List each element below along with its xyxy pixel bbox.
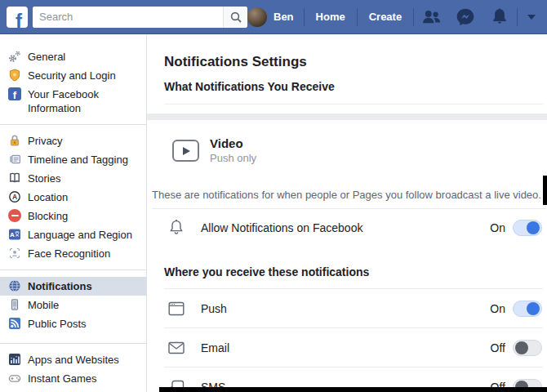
navbar-divider (413, 8, 414, 26)
sidebar-item-language-and-region[interactable]: A Language and Region (0, 225, 146, 244)
padlock-icon (8, 134, 21, 147)
settings-header: Notifications Settings What Notification… (147, 34, 547, 114)
toggle-state-label: On (490, 221, 505, 234)
search-icon (230, 11, 242, 23)
sidebar-item-label: Mobile (28, 298, 59, 312)
page-title: Notifications Settings (164, 54, 547, 70)
sidebar-item-privacy[interactable]: Privacy (0, 131, 146, 150)
video-notifications-card: Video Push only These are notifications … (147, 120, 547, 392)
open-book-icon (8, 172, 21, 185)
toggle-state-label: Off (491, 341, 505, 354)
facebook-logo[interactable]: f (7, 7, 28, 28)
allow-notifications-toggle[interactable] (513, 220, 542, 236)
game-controller-icon (8, 372, 21, 385)
circle-a-location-icon: A (8, 190, 21, 203)
allow-notifications-row: Allow Notifications on Facebook On (147, 209, 547, 247)
sidebar-item-notifications[interactable]: Notifications (0, 277, 146, 296)
sidebar-item-label: Privacy (28, 134, 63, 148)
channel-label: Email (201, 341, 229, 354)
settings-page: General Security and Login f Your Facebo… (0, 34, 547, 392)
sidebar-item-label: Instant Games (28, 372, 97, 385)
sidebar-item-blocking[interactable]: Blocking (0, 207, 146, 225)
email-toggle[interactable] (513, 340, 542, 356)
bell-outline-icon (167, 218, 186, 238)
friend-requests-icon[interactable] (420, 7, 442, 28)
notifications-bell-icon[interactable] (489, 7, 510, 28)
toggle-state-label: On (490, 302, 505, 315)
sidebar-item-public-posts[interactable]: Public Posts (0, 314, 146, 333)
language-square-icon: A (8, 228, 21, 241)
section-heading: What Notifications You Receive (164, 80, 547, 93)
sidebar-item-timeline-and-tagging[interactable]: Timeline and Tagging (0, 150, 146, 169)
profile-avatar[interactable] (247, 7, 267, 27)
gears-icon (8, 50, 21, 63)
notifications-settings-main: Notifications Settings What Notification… (147, 34, 547, 392)
sidebar-item-general[interactable]: General (0, 47, 146, 66)
sidebar-item-mobile[interactable]: Mobile (0, 296, 146, 314)
svg-text:A: A (12, 193, 17, 201)
sidebar-item-label: Face Recognition (28, 247, 110, 261)
sidebar-item-label: Apps and Websites (28, 353, 119, 367)
messenger-icon[interactable] (455, 7, 476, 28)
sidebar-item-label: Your Facebook Information (28, 87, 141, 115)
envelope-icon (167, 338, 186, 358)
push-toggle[interactable] (513, 301, 542, 317)
sidebar-item-face-recognition[interactable]: Face Recognition (0, 244, 146, 263)
search-bar (33, 7, 247, 28)
video-section-subtitle: Push only (210, 151, 256, 165)
svg-text:A: A (10, 231, 15, 238)
face-frame-icon (8, 247, 21, 260)
header-divider (164, 104, 543, 105)
video-section-title: Video (210, 136, 256, 151)
sidebar-item-apps-and-websites[interactable]: Apps and Websites (0, 350, 146, 369)
sidebar-item-label: Blocking (28, 209, 68, 223)
navbar-right: Ben Home Create (247, 7, 540, 28)
scrollbar-thumb[interactable] (543, 176, 547, 205)
search-button[interactable] (223, 7, 247, 28)
sidebar-divider (0, 124, 146, 125)
channel-label: Push (201, 302, 227, 315)
sidebar-divider (0, 270, 146, 270)
sidebar-divider (0, 343, 146, 344)
sidebar-item-label: Timeline and Tagging (28, 153, 128, 167)
video-section-header[interactable]: Video Push only (147, 136, 547, 165)
sidebar-item-instant-games[interactable]: Instant Games (0, 369, 146, 388)
rss-square-icon (8, 317, 21, 330)
globe-icon (8, 279, 21, 292)
sidebar-item-security-and-login[interactable]: Security and Login (0, 66, 146, 85)
progress-bar-artifact (159, 387, 547, 392)
sidebar-item-label: Public Posts (28, 317, 87, 331)
settings-sidebar: General Security and Login f Your Facebo… (0, 34, 147, 392)
email-channel-row: Email Off (147, 328, 547, 367)
gold-shield-icon (8, 69, 21, 82)
video-description: These are notifications for when people … (147, 189, 547, 201)
top-navbar: f Ben Home Create (0, 0, 547, 34)
sidebar-item-label: Location (28, 190, 68, 204)
sidebar-item-label: Stories (28, 172, 60, 185)
navbar-divider (517, 8, 518, 26)
home-link[interactable]: Home (305, 11, 357, 23)
search-input[interactable] (33, 7, 223, 28)
video-play-icon (172, 140, 199, 162)
sidebar-item-label: Language and Region (28, 228, 132, 242)
create-link[interactable]: Create (358, 11, 413, 23)
section-gap (147, 114, 547, 120)
facebook-square-icon: f (8, 87, 21, 100)
sidebar-item-label: Security and Login (28, 69, 116, 82)
profile-link[interactable]: Ben (274, 11, 294, 23)
push-channel-row: Push On (147, 289, 547, 327)
allow-notifications-label: Allow Notifications on Facebook (201, 221, 362, 234)
blocked-circle-icon (8, 209, 21, 222)
sidebar-item-label: Notifications (28, 279, 92, 293)
sidebar-item-label: General (28, 50, 65, 64)
sidebar-item-your-facebook-information[interactable]: f Your Facebook Information (0, 85, 146, 118)
browser-window-icon (167, 299, 186, 318)
apps-chart-icon (8, 353, 21, 366)
account-menu-caret-icon[interactable] (527, 15, 536, 20)
sidebar-item-location[interactable]: A Location (0, 188, 146, 207)
timeline-icon (8, 153, 21, 166)
sidebar-item-stories[interactable]: Stories (0, 169, 146, 188)
where-heading: Where you receive these notifications (147, 265, 547, 278)
mobile-phone-icon (8, 298, 21, 311)
